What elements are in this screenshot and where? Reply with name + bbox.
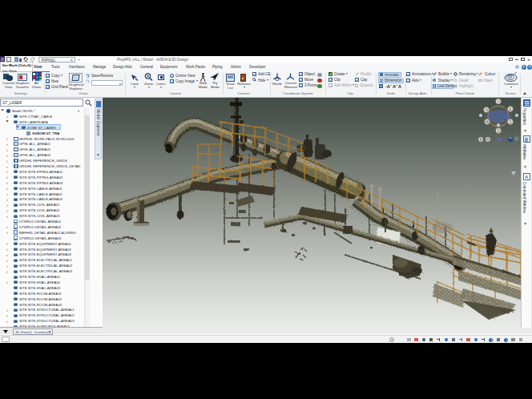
svg-text:N: N: [485, 108, 487, 112]
svg-text:E: E: [509, 107, 511, 111]
svg-text:S: S: [509, 120, 511, 124]
svg-text:U: U: [497, 99, 499, 103]
